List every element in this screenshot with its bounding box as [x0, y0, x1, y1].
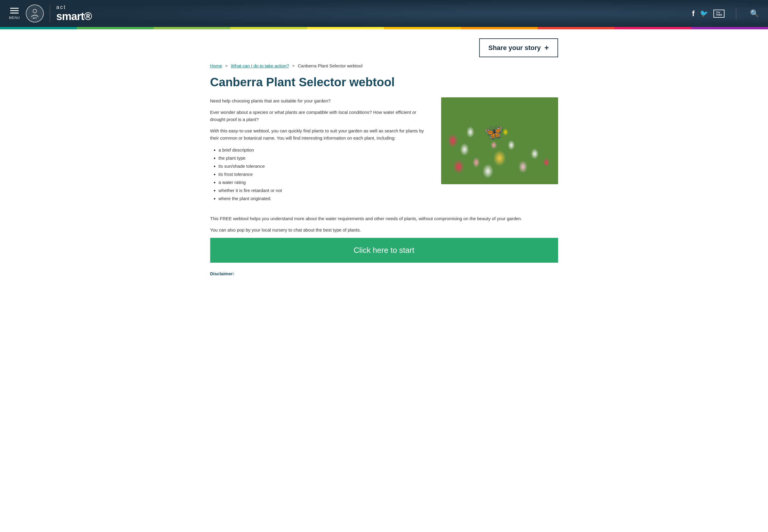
share-story-wrapper: Share your story + [210, 38, 558, 57]
list-item-7: where the plant originated. [219, 194, 429, 202]
color-segment-4 [230, 27, 307, 29]
twitter-link[interactable]: 🐦 [700, 10, 708, 17]
list-item-4: its frost tolerance [219, 170, 429, 178]
svg-point-0 [33, 9, 37, 13]
color-segment-10 [691, 27, 768, 29]
actsmart-logo: act smart® [56, 4, 92, 22]
color-segment-2 [77, 27, 153, 29]
list-item-3: its sun/shade tolerance [219, 162, 429, 170]
color-segment-9 [615, 27, 691, 29]
svg-text:Government: Government [31, 15, 38, 16]
color-segment-1 [0, 27, 77, 29]
breadcrumb-current: Canberra Plant Selector webtool [298, 63, 363, 68]
breadcrumb-action[interactable]: What can I do to take action? [231, 63, 289, 68]
share-story-plus: + [544, 43, 549, 52]
breadcrumb-home[interactable]: Home [210, 63, 222, 68]
menu-button[interactable]: MENU [9, 8, 20, 19]
main-content: Share your story + Home > What can I do … [192, 29, 576, 288]
share-story-button[interactable]: Share your story + [479, 38, 558, 57]
color-segment-8 [538, 27, 615, 29]
facebook-link[interactable]: f [692, 9, 695, 18]
intro-para-1: Need help choosing plants that are suita… [210, 97, 429, 105]
plant-image-wrapper [441, 97, 558, 207]
breadcrumb: Home > What can I do to take action? > C… [210, 63, 558, 68]
features-list: a brief description the plant type its s… [219, 146, 429, 202]
breadcrumb-separator-1: > [225, 63, 228, 68]
plant-image [441, 97, 558, 184]
bottom-para-2: You can also pop by your local nursery t… [210, 226, 558, 234]
share-story-label: Share your story [488, 44, 541, 52]
color-segment-3 [153, 27, 230, 29]
hamburger-bar [10, 10, 19, 11]
bottom-para-1: This FREE webtool helps you understand m… [210, 215, 558, 222]
breadcrumb-separator-2: > [292, 63, 295, 68]
act-logo-circle: ACT Government [26, 4, 44, 22]
header-vertical-divider [50, 4, 50, 22]
social-links: f 🐦 You Tube 🔍 [692, 7, 759, 19]
intro-para-2: Ever wonder about a species or what plan… [210, 109, 429, 123]
color-segment-6 [384, 27, 461, 29]
youtube-link[interactable]: You Tube [713, 10, 725, 18]
list-item-2: the plant type [219, 154, 429, 162]
act-government-logo: ACT Government [26, 4, 44, 22]
color-bar [0, 27, 768, 29]
social-search-divider [736, 7, 736, 19]
act-logo-icon: ACT Government [29, 7, 41, 19]
menu-label: MENU [9, 16, 20, 19]
list-item-1: a brief description [219, 146, 429, 154]
intro-para-3: With this easy-to-use webtool, you can q… [210, 127, 429, 142]
disclaimer-label: Disclaimer: [210, 271, 235, 276]
svg-text:ACT: ACT [33, 17, 37, 19]
content-text: Need help choosing plants that are suita… [210, 97, 429, 207]
color-segment-5 [307, 27, 384, 29]
page-title: Canberra Plant Selector webtool [210, 75, 558, 89]
color-segment-7 [461, 27, 538, 29]
actsmart-line2: smart® [56, 10, 92, 22]
site-header: MENU ACT Government act smart® f 🐦 You T… [0, 0, 768, 27]
actsmart-line1: act [56, 4, 92, 10]
hamburger-bar [10, 13, 19, 13]
content-with-image: Need help choosing plants that are suita… [210, 97, 558, 207]
search-button[interactable]: 🔍 [750, 9, 759, 18]
list-item-5: a water rating [219, 178, 429, 186]
cta-start-button[interactable]: Click here to start [210, 238, 558, 263]
hamburger-bar [10, 8, 19, 9]
list-item-6: whether it is fire retardant or not [219, 186, 429, 194]
